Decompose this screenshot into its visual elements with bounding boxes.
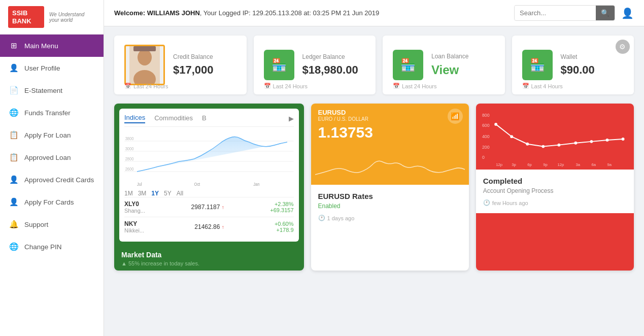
stock-change-nky: +0.60% +178.9 [275, 221, 294, 233]
eurusd-footer: 🕐 1 days ago [318, 215, 462, 221]
loan-balance-value[interactable]: View [431, 63, 494, 77]
menu-icon-e-statement: 📄 [9, 86, 18, 95]
user-profile-icon[interactable]: 👤 [621, 7, 634, 19]
completed-subtitle: Account Opening Process [483, 187, 627, 194]
market-sub: ▲ 55% increase in today sales. [121, 260, 297, 266]
svg-text:6p: 6p [527, 162, 532, 167]
svg-point-31 [541, 145, 545, 148]
ledger-icon-box: 🏪 [264, 50, 294, 80]
menu-icon-apply-for-loan: 📋 [9, 130, 18, 140]
username: Welcome: WILLIAMS JOHN [114, 9, 200, 17]
menu-label-apply-for-loan: Apply For Loan [24, 131, 71, 139]
stock-symbol-nky: NKY Nikkei... [124, 220, 144, 233]
completed-card: 800 600 400 200 0 12p 3p 6p 9p 12p 3a 6a… [476, 104, 634, 271]
filter-1y[interactable]: 1Y [151, 190, 159, 197]
loan-balance-card: 🏪 Loan Balance View 📅 Last 24 Hours [383, 36, 504, 94]
header: Welcome: WILLIAMS JOHN, Your Logged IP: … [104, 0, 644, 26]
sidebar-item-apply-for-cards[interactable]: 👤 Apply For Cards [0, 191, 104, 213]
loan-icon-box: 🏪 [393, 50, 423, 80]
filter-5y[interactable]: 5Y [164, 190, 172, 197]
menu-icon-change-pin: 🌐 [9, 242, 18, 251]
svg-text:9a: 9a [607, 162, 612, 167]
svg-text:Oct: Oct [194, 182, 200, 187]
sidebar-item-approved-credit-cards[interactable]: 👤 Approved Credit Cards [0, 169, 104, 191]
top-cards-row: Credit Balance $17,000 📅 Last 24 Hours 🏪… [114, 36, 634, 94]
ledger-balance-footer: 📅 Last 24 Hours [264, 83, 308, 89]
menu-icon-apply-for-cards: 👤 [9, 197, 18, 207]
menu-icon-main-menu: ⊞ [9, 41, 18, 50]
menu-label-user-profile: User Profile [24, 64, 60, 72]
arrow-up-icon: ▲ [121, 260, 127, 266]
menu-label-main-menu: Main Menu [24, 42, 58, 50]
search-input[interactable] [515, 6, 596, 20]
eurusd-title: EURUSD Rates [318, 192, 462, 200]
market-title: Market Data [121, 251, 297, 259]
header-right: 🔍 👤 [514, 5, 634, 21]
tab-more[interactable]: ▶ [289, 115, 294, 122]
svg-text:200: 200 [482, 145, 490, 150]
main-area: Welcome: WILLIAMS JOHN, Your Logged IP: … [104, 0, 644, 336]
tab-commodities[interactable]: Commodities [154, 114, 193, 123]
filter-all[interactable]: All [177, 190, 183, 197]
settings-gear-button[interactable]: ⚙ [616, 40, 630, 54]
sidebar-item-user-profile[interactable]: 👤 User Profile [0, 57, 104, 79]
eurusd-chart-svg [315, 144, 465, 185]
sidebar-item-funds-transfer[interactable]: 🌐 Funds Transfer [0, 102, 104, 124]
logo-text: SSIB BANK [12, 9, 31, 25]
completed-footer: 🕐 few Hours ago [483, 199, 627, 206]
clock-icon-2: 🕐 [483, 199, 490, 206]
user-avatar [129, 46, 160, 84]
time-info: at: 03:25 PM 21 Jun 2019 [302, 9, 380, 17]
svg-text:3a: 3a [575, 162, 580, 167]
sidebar-item-approved-loan[interactable]: 📋 Approved Loan [0, 146, 104, 169]
svg-text:Jul: Jul [137, 182, 142, 187]
wallet-card: 🏪 Wallet $90.00 📅 Last 4 Hours ⚙ [512, 36, 634, 94]
menu-label-e-statement: E-Statement [24, 87, 62, 94]
menu-icon-user-profile: 👤 [9, 63, 18, 73]
time-filters: 1M 3M 1Y 5Y All [124, 190, 294, 197]
signal-icon: 📶 [448, 109, 463, 124]
loan-balance-footer: 📅 Last 24 Hours [393, 83, 436, 89]
eurusd-description: EURO / U.S. DOLLAR [318, 116, 462, 122]
sidebar-item-support[interactable]: 🔔 Support [0, 213, 104, 236]
stock-price-xly0: 2987.1187 ↑ [191, 204, 224, 211]
filter-3m[interactable]: 3M [138, 190, 147, 197]
svg-text:2800: 2800 [125, 156, 134, 161]
market-chart: 3800 3000 2800 2600 Jul Oct Jan [124, 131, 294, 187]
market-tabs: Indices Commodities B ▶ [124, 114, 294, 127]
svg-text:0: 0 [482, 155, 485, 160]
price-icon-xly0: ↑ [222, 205, 224, 210]
menu-label-change-pin: Change PIN [24, 243, 62, 251]
search-button[interactable]: 🔍 [596, 6, 615, 20]
tab-indices[interactable]: Indices [124, 114, 145, 123]
price-icon-nky: ↑ [222, 224, 224, 230]
sidebar-item-change-pin[interactable]: 🌐 Change PIN [0, 236, 104, 258]
ledger-balance-card: 🏪 Ledger Balance $18,980.00 📅 Last 24 Ho… [254, 36, 376, 94]
market-chart-svg: 3800 3000 2800 2600 Jul Oct Jan [124, 131, 294, 187]
market-inner: Indices Commodities B ▶ [119, 109, 299, 242]
sidebar-item-apply-for-loan[interactable]: 📋 Apply For Loan [0, 124, 104, 146]
completed-body: Completed Account Opening Process 🕐 few … [476, 170, 634, 213]
eurusd-card: EURUSD EURO / U.S. DOLLAR 1.13753 📶 EURU… [311, 104, 469, 271]
svg-text:6a: 6a [591, 162, 596, 167]
wallet-icon-box: 🏪 [522, 50, 553, 80]
sidebar-item-main-menu[interactable]: ⊞ Main Menu [0, 35, 104, 57]
stock-row-xly0: XLY0 Shang... 2987.1187 ↑ +2.38% +69.315… [124, 197, 294, 217]
sidebar-item-e-statement[interactable]: 📄 E-Statement [0, 79, 104, 102]
svg-point-28 [494, 123, 497, 126]
logo-tagline: We Understand your world [49, 12, 95, 23]
filter-1m[interactable]: 1M [124, 190, 133, 197]
eurusd-status: Enabled [318, 203, 462, 210]
svg-text:400: 400 [482, 134, 490, 139]
dashboard-content: Credit Balance $17,000 📅 Last 24 Hours 🏪… [104, 26, 644, 336]
tab-b[interactable]: B [202, 114, 207, 123]
wallet-info: Wallet $90.00 [561, 53, 624, 77]
store-icon: 🏪 [272, 58, 287, 72]
stock-price-nky: 21462.86 ↑ [194, 223, 224, 230]
svg-text:800: 800 [482, 113, 490, 118]
credit-balance-footer: 📅 Last 24 Hours [124, 83, 168, 89]
svg-text:600: 600 [482, 123, 490, 128]
credit-balance-info: Credit Balance $17,000 [173, 53, 236, 77]
search-box[interactable]: 🔍 [514, 5, 615, 21]
stock-change-xly0: +2.38% +69.3157 [270, 201, 293, 213]
